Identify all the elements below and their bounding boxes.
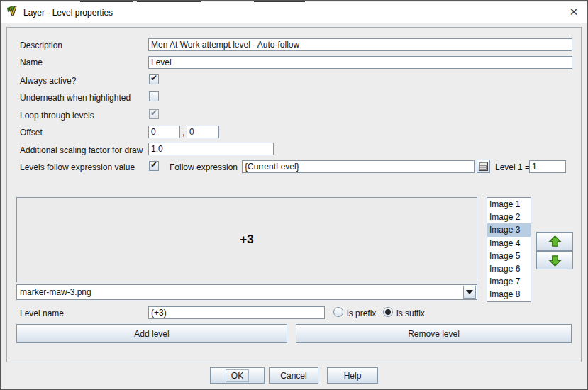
- vassal-app-icon: [6, 6, 19, 18]
- underneath-label: Underneath when highlighted: [20, 93, 131, 103]
- cancel-label: Cancel: [280, 371, 306, 381]
- list-item[interactable]: Image 1: [487, 198, 531, 211]
- underneath-checkbox[interactable]: [149, 91, 159, 101]
- level-image-preview: +3: [16, 197, 477, 282]
- name-label: Name: [20, 57, 43, 67]
- offset-label: Offset: [20, 128, 43, 138]
- cancel-button[interactable]: Cancel: [269, 367, 318, 384]
- name-field[interactable]: [148, 56, 572, 69]
- add-level-label: Add level: [134, 329, 169, 339]
- offset-comma: ,: [182, 128, 184, 138]
- calculator-icon: [479, 162, 488, 171]
- follow-expression-checkbox[interactable]: [149, 161, 159, 171]
- follow-expression-label: Levels follow expression value: [20, 162, 135, 172]
- level1-field[interactable]: [529, 160, 566, 173]
- preview-text: +3: [240, 233, 253, 247]
- list-item[interactable]: Image 6: [487, 262, 531, 275]
- list-item[interactable]: Image 4: [487, 237, 531, 250]
- level1-label: Level 1 =: [495, 162, 530, 172]
- always-active-label: Always active?: [20, 76, 76, 86]
- ok-button[interactable]: OK: [210, 367, 265, 384]
- list-item[interactable]: Image 5: [487, 250, 531, 262]
- level-name-field[interactable]: [148, 306, 325, 319]
- list-item[interactable]: Image 3: [487, 223, 531, 236]
- help-label: Help: [344, 371, 362, 381]
- is-suffix-radio[interactable]: [383, 307, 393, 317]
- help-button[interactable]: Help: [327, 367, 378, 384]
- is-suffix-label: is suffix: [396, 308, 425, 318]
- loop-levels-label: Loop through levels: [20, 111, 94, 121]
- follow-expression-sub-label: Follow expression: [170, 162, 238, 172]
- down-arrow-icon: [548, 255, 562, 267]
- follow-expression-field[interactable]: [242, 160, 475, 173]
- title-bar: Layer - Level properties ✕: [1, 2, 587, 23]
- remove-level-button[interactable]: Remove level: [296, 324, 572, 343]
- is-prefix-label: is prefix: [347, 308, 376, 318]
- offset-x-field[interactable]: [148, 126, 180, 138]
- scaling-field[interactable]: [148, 143, 274, 155]
- list-item[interactable]: Image 2: [487, 211, 531, 223]
- close-icon[interactable]: ✕: [568, 6, 579, 18]
- image-list[interactable]: Image 1 Image 2 Image 3 Image 4 Image 5 …: [487, 197, 531, 302]
- move-up-button[interactable]: [536, 232, 573, 251]
- offset-y-field[interactable]: [187, 126, 219, 138]
- remove-level-label: Remove level: [408, 329, 460, 339]
- list-item[interactable]: Image 7: [487, 275, 531, 288]
- chevron-down-icon: [466, 290, 473, 294]
- always-active-checkbox[interactable]: [149, 74, 159, 84]
- combobox-value: marker-maw-3.png: [20, 287, 91, 297]
- description-field[interactable]: [148, 38, 572, 51]
- loop-levels-checkbox: [149, 109, 159, 119]
- combobox-dropdown-button[interactable]: [463, 286, 476, 299]
- ok-label: OK: [226, 369, 249, 382]
- is-prefix-radio[interactable]: [333, 307, 343, 317]
- add-level-button[interactable]: Add level: [16, 324, 287, 343]
- move-down-button[interactable]: [536, 251, 573, 269]
- image-file-combobox[interactable]: marker-maw-3.png: [16, 284, 477, 300]
- layer-level-properties-dialog: Layer - Level properties ✕ Description N…: [0, 0, 588, 390]
- scaling-label: Additional scaling factor for draw: [20, 145, 143, 155]
- window-title: Layer - Level properties: [23, 8, 113, 18]
- dialog-button-bar: OK Cancel Help: [1, 362, 587, 390]
- up-arrow-icon: [548, 235, 562, 247]
- expression-builder-button[interactable]: [477, 160, 490, 173]
- description-label: Description: [20, 40, 62, 50]
- list-item[interactable]: Image 8: [487, 288, 531, 301]
- level-name-label: Level name: [20, 308, 64, 318]
